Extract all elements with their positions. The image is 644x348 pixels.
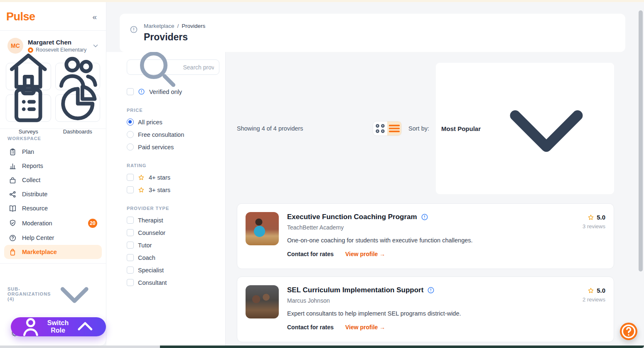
provider-reviews: 3 reviews — [567, 223, 605, 230]
rating-option[interactable]: 3+ stars — [127, 186, 219, 193]
quick-link-card[interactable]: Dashboards — [55, 94, 101, 122]
filter-panel: Verified only PRICE All prices Free cons… — [106, 52, 226, 346]
verified-only-filter[interactable]: Verified only — [127, 88, 219, 95]
nav-item-label: Help Center — [22, 234, 54, 241]
provider-type-checkbox[interactable] — [127, 229, 134, 236]
quick-link-card[interactable]: Surveys — [6, 94, 51, 122]
verified-badge-icon — [138, 88, 145, 95]
notification-badge: 20 — [88, 219, 97, 228]
help-icon — [9, 234, 17, 242]
provider-type-option[interactable]: Consultant — [127, 279, 219, 286]
sidebar-nav-item[interactable]: Marketplace — [4, 245, 102, 259]
price-option[interactable]: All prices — [127, 118, 219, 126]
provider-type-option[interactable]: Counselor — [127, 229, 219, 236]
provider-type-checkbox[interactable] — [127, 279, 134, 286]
app-logo: Pulse — [6, 10, 35, 23]
scrollbar[interactable] — [639, 10, 643, 271]
sort-dropdown[interactable]: Most Popular — [436, 63, 614, 194]
radio-button[interactable] — [127, 131, 134, 138]
provider-list: Executive Function Coaching Program Teac… — [237, 203, 614, 348]
star-icon — [138, 187, 145, 193]
provider-type-checkbox[interactable] — [127, 217, 134, 224]
chevron-up-icon — [73, 314, 98, 339]
sidebar-nav-item[interactable]: Reports — [4, 159, 102, 173]
sidebar-nav-item[interactable]: Resource — [4, 201, 102, 215]
grid-view-button[interactable] — [373, 121, 387, 136]
quick-link-label: Surveys — [19, 128, 38, 135]
rating-option-label: 3+ stars — [149, 187, 170, 193]
person-icon — [18, 314, 43, 339]
sidebar-nav-item[interactable]: Help Center — [4, 231, 102, 245]
info-icon[interactable] — [130, 25, 138, 34]
nav-item-label: Collect — [22, 177, 40, 183]
chevron-down-icon[interactable] — [92, 42, 99, 49]
page-header: Marketplace / Providers Providers — [120, 14, 625, 52]
nav-item-label: Resource — [22, 205, 48, 212]
sidebar: Pulse « MC Margaret Chen Roosevelt Eleme… — [0, 2, 106, 346]
provider-type-option[interactable]: Therapist — [127, 217, 219, 224]
book-icon — [9, 205, 17, 212]
help-fab-button[interactable] — [620, 323, 637, 340]
grid-icon — [373, 121, 387, 136]
view-profile-link[interactable]: View profile → — [345, 251, 385, 257]
provider-price: Contact for rates — [287, 324, 334, 331]
provider-type-label: Tutor — [138, 242, 152, 249]
provider-rating: 5.0 — [597, 214, 605, 221]
sidebar-nav-item[interactable]: Moderation 20 — [4, 215, 102, 231]
nav-item-label: Plan — [22, 148, 34, 155]
radio-button[interactable] — [127, 143, 134, 151]
sidebar-nav-item[interactable]: Distribute — [4, 187, 102, 201]
info-icon[interactable] — [421, 213, 428, 221]
list-view-button[interactable] — [387, 121, 401, 136]
pie-icon — [56, 81, 100, 126]
page-title: Providers — [144, 32, 205, 43]
provider-type-option[interactable]: Tutor — [127, 242, 219, 249]
rating-checkbox[interactable] — [127, 186, 134, 193]
verified-label: Verified only — [149, 89, 182, 95]
provider-thumbnail — [246, 212, 279, 245]
info-icon[interactable] — [427, 286, 435, 294]
rating-checkbox[interactable] — [127, 174, 134, 181]
provider-type-option[interactable]: Coach — [127, 254, 219, 261]
provider-byline: TeachBetter Academy — [287, 224, 559, 231]
view-toggle — [373, 121, 402, 136]
radio-button[interactable] — [127, 118, 134, 126]
price-option-label: All prices — [138, 119, 162, 126]
rating-option[interactable]: 4+ stars — [127, 174, 219, 181]
view-profile-link[interactable]: View profile → — [345, 324, 385, 331]
verified-checkbox[interactable] — [127, 88, 134, 95]
provider-card: Executive Function Coaching Program Teac… — [237, 203, 614, 269]
quick-links: Home Contacts Surveys Dashboards — [0, 59, 106, 128]
search-input[interactable] — [183, 64, 214, 71]
provider-title: Executive Function Coaching Program — [287, 213, 417, 221]
chart-icon — [9, 162, 17, 170]
provider-type-checkbox[interactable] — [127, 242, 134, 249]
provider-type-label: Coach — [138, 254, 155, 261]
results-area: Showing 4 of 4 providers Sort by: Most P… — [226, 52, 625, 348]
workspace-nav: Plan Reports Collect Distribute — [0, 145, 106, 259]
provider-description: One-on-one coaching for students with ex… — [287, 237, 559, 244]
provider-card: SEL Curriculum Implementation Support Ma… — [237, 276, 614, 342]
provider-type-checkbox[interactable] — [127, 254, 134, 261]
price-option[interactable]: Free consultation — [127, 131, 219, 138]
bag-icon — [9, 248, 17, 256]
provider-type-option[interactable]: Specialist — [127, 267, 219, 274]
provider-type-section-label: PROVIDER TYPE — [127, 206, 219, 211]
breadcrumb-separator: / — [177, 23, 179, 29]
price-option-label: Paid services — [138, 144, 174, 151]
rating-options: 4+ stars 3+ stars — [127, 174, 219, 193]
breadcrumb-parent[interactable]: Marketplace — [144, 23, 175, 29]
sidebar-nav-item[interactable]: Collect — [4, 173, 102, 187]
nav-item-label: Moderation — [22, 220, 52, 227]
price-option[interactable]: Paid services — [127, 143, 219, 151]
star-icon — [587, 287, 594, 294]
sidebar-nav-item[interactable]: Plan — [4, 145, 102, 159]
clipboard-icon — [9, 148, 17, 156]
provider-type-checkbox[interactable] — [127, 267, 134, 274]
provider-type-label: Counselor — [138, 230, 165, 236]
sidebar-collapse-icon[interactable]: « — [92, 13, 97, 21]
collect-icon — [9, 176, 17, 184]
switch-role-button[interactable]: Switch Role — [11, 317, 106, 336]
provider-type-label: Consultant — [138, 279, 167, 286]
breadcrumb: Marketplace / Providers — [144, 23, 205, 29]
